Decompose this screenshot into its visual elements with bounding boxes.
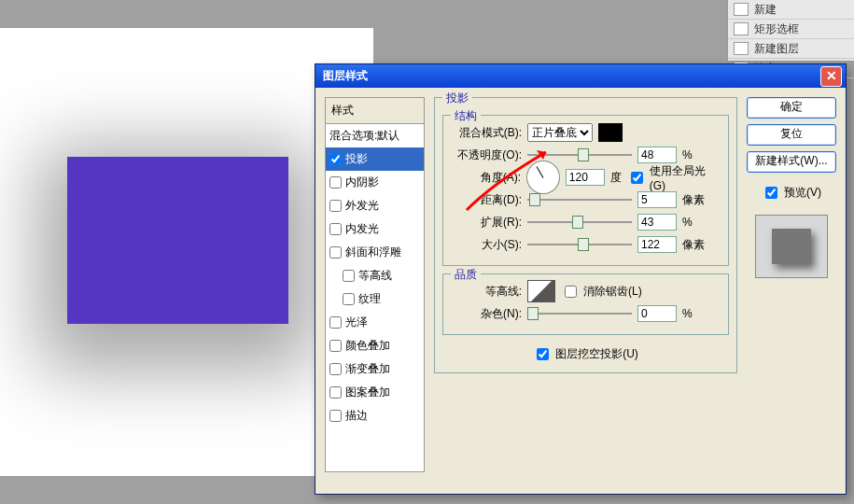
purple-layer xyxy=(67,157,288,324)
style-row-5[interactable]: 斜面和浮雕 xyxy=(326,241,424,264)
style-label: 颜色叠加 xyxy=(345,338,390,354)
style-checkbox[interactable] xyxy=(329,316,342,329)
angle-dial[interactable] xyxy=(526,161,560,194)
history-icon xyxy=(734,42,749,55)
style-label: 内阴影 xyxy=(345,175,379,190)
structure-fieldset: 结构 混合模式(B): 正片叠底 不透明度(O): % 角度(A): xyxy=(442,115,729,266)
style-label: 内发光 xyxy=(345,221,379,237)
style-label: 外发光 xyxy=(345,198,379,214)
dropshadow-group: 投影 结构 混合模式(B): 正片叠底 不透明度(O): % xyxy=(434,97,737,373)
style-label: 描边 xyxy=(345,408,368,424)
style-row-0[interactable]: 混合选项:默认 xyxy=(326,124,424,147)
dialog-buttons: 确定 复位 新建样式(W)... 预览(V) xyxy=(747,97,836,472)
settings-panel: 投影 结构 混合模式(B): 正片叠底 不透明度(O): % xyxy=(434,97,737,472)
group-title: 投影 xyxy=(442,91,472,106)
contour-picker[interactable] xyxy=(527,280,555,302)
history-icon xyxy=(734,3,749,16)
preview-checkbox[interactable]: 预览(V) xyxy=(747,184,836,202)
style-row-3[interactable]: 外发光 xyxy=(326,194,424,217)
unit-label: 像素 xyxy=(682,237,705,253)
blend-mode-label: 混合模式(B): xyxy=(451,125,522,141)
spread-slider[interactable] xyxy=(527,214,632,231)
style-checkbox[interactable] xyxy=(329,340,342,352)
angle-label: 角度(A): xyxy=(451,170,521,186)
unit-label: % xyxy=(682,216,693,229)
ok-button[interactable]: 确定 xyxy=(747,97,836,119)
style-checkbox[interactable] xyxy=(329,246,342,259)
unit-label: % xyxy=(682,148,693,161)
style-row-7[interactable]: 纹理 xyxy=(326,287,424,311)
style-row-12[interactable]: 描边 xyxy=(326,404,424,427)
close-button[interactable]: ✕ xyxy=(820,66,842,87)
history-label: 矩形选框 xyxy=(754,21,799,37)
noise-slider[interactable] xyxy=(527,305,632,322)
new-style-button[interactable]: 新建样式(W)... xyxy=(747,151,836,173)
style-label: 图案叠加 xyxy=(345,385,390,400)
noise-input[interactable] xyxy=(637,305,677,322)
distance-label: 距离(D): xyxy=(451,192,522,208)
style-label: 渐变叠加 xyxy=(345,361,390,377)
history-label: 新建图层 xyxy=(754,41,799,57)
antialias-checkbox[interactable]: 消除锯齿(L) xyxy=(561,283,642,301)
style-checkbox[interactable] xyxy=(329,386,342,399)
unit-label: % xyxy=(682,307,693,320)
noise-label: 杂色(N): xyxy=(451,306,522,322)
opacity-label: 不透明度(O): xyxy=(451,147,522,163)
size-label: 大小(S): xyxy=(451,237,522,253)
style-checkbox[interactable] xyxy=(329,410,342,422)
style-row-2[interactable]: 内阴影 xyxy=(326,171,424,194)
unit-label: 像素 xyxy=(682,192,705,208)
style-checkbox[interactable] xyxy=(329,153,342,165)
style-row-6[interactable]: 等高线 xyxy=(326,264,424,287)
history-label: 新建 xyxy=(754,2,777,18)
quality-fieldset: 品质 等高线: 消除锯齿(L) 杂色(N): % xyxy=(442,273,729,335)
style-row-11[interactable]: 图案叠加 xyxy=(326,381,424,404)
style-checkbox[interactable] xyxy=(329,223,342,235)
spread-input[interactable] xyxy=(637,214,677,231)
history-panel: 新建 矩形选框 新建图层 填充 xyxy=(727,0,854,62)
size-slider[interactable] xyxy=(527,236,632,253)
history-item[interactable]: 新建 xyxy=(728,0,854,20)
size-input[interactable] xyxy=(637,236,677,253)
style-checkbox[interactable] xyxy=(343,293,355,305)
reset-button[interactable]: 复位 xyxy=(747,124,836,146)
style-checkbox[interactable] xyxy=(329,176,342,189)
history-item[interactable]: 矩形选框 xyxy=(728,20,854,39)
angle-input[interactable] xyxy=(566,169,605,186)
style-row-4[interactable]: 内发光 xyxy=(326,217,424,241)
contour-label: 等高线: xyxy=(451,284,522,300)
style-checkbox[interactable] xyxy=(343,270,355,282)
distance-input[interactable] xyxy=(637,191,677,208)
preview-thumbnail xyxy=(755,215,828,278)
titlebar[interactable]: 图层样式 ✕ xyxy=(315,64,846,88)
style-label: 等高线 xyxy=(358,268,392,284)
style-label: 斜面和浮雕 xyxy=(345,245,401,260)
styles-panel: 样式 混合选项:默认投影内阴影外发光内发光斜面和浮雕等高线纹理光泽颜色叠加渐变叠… xyxy=(325,97,425,472)
unit-label: 度 xyxy=(610,170,622,186)
blend-mode-select[interactable]: 正片叠底 xyxy=(527,123,593,142)
style-label: 混合选项:默认 xyxy=(329,128,399,144)
style-row-1[interactable]: 投影 xyxy=(326,147,424,171)
style-label: 投影 xyxy=(345,151,368,167)
style-row-10[interactable]: 渐变叠加 xyxy=(326,357,424,381)
fieldset-legend: 品质 xyxy=(451,267,481,283)
style-row-8[interactable]: 光泽 xyxy=(326,311,424,334)
style-label: 纹理 xyxy=(358,291,381,307)
history-icon xyxy=(734,22,749,35)
styles-header: 样式 xyxy=(326,98,424,124)
fieldset-legend: 结构 xyxy=(451,108,481,124)
history-item[interactable]: 新建图层 xyxy=(728,39,854,59)
global-light-checkbox[interactable]: 使用全局光(G) xyxy=(627,163,721,192)
styles-list: 混合选项:默认投影内阴影外发光内发光斜面和浮雕等高线纹理光泽颜色叠加渐变叠加图案… xyxy=(326,124,424,471)
knockout-checkbox[interactable]: 图层挖空投影(U) xyxy=(533,345,638,363)
dialog-title: 图层样式 xyxy=(319,68,368,84)
style-checkbox[interactable] xyxy=(329,200,342,212)
style-row-9[interactable]: 颜色叠加 xyxy=(326,334,424,357)
style-label: 光泽 xyxy=(345,315,368,330)
opacity-input[interactable] xyxy=(637,147,677,163)
style-checkbox[interactable] xyxy=(329,363,342,375)
distance-slider[interactable] xyxy=(527,191,632,208)
spread-label: 扩展(R): xyxy=(451,215,522,231)
layer-style-dialog: 图层样式 ✕ 样式 混合选项:默认投影内阴影外发光内发光斜面和浮雕等高线纹理光泽… xyxy=(315,63,847,495)
shadow-color-swatch[interactable] xyxy=(598,123,623,142)
